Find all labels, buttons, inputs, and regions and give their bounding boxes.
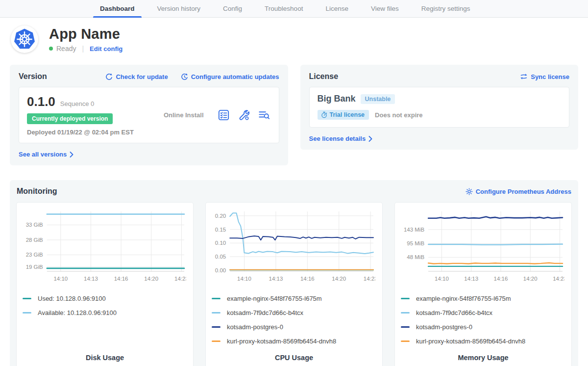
memory-usage-legend: example-nginx-54f8f76755-l675mkotsadm-7f… [401, 295, 565, 352]
svg-text:33 GiB: 33 GiB [26, 222, 43, 228]
svg-text:23 GiB: 23 GiB [26, 252, 43, 258]
tab-dashboard[interactable]: Dashboard [93, 0, 142, 17]
stopwatch-icon [321, 111, 327, 118]
legend-item: Used: 10.128.0.96:9100 [23, 295, 187, 302]
version-number: 0.1.0 [27, 94, 55, 109]
legend-label: kurl-proxy-kotsadm-8569fb6454-dnvh8 [227, 338, 336, 345]
tab-troubleshoot[interactable]: Troubleshoot [258, 0, 310, 17]
chevron-right-icon [368, 136, 372, 142]
legend-swatch [212, 326, 220, 328]
view-logs-icon[interactable] [258, 109, 270, 121]
svg-text:14:20: 14:20 [332, 276, 346, 282]
deployed-badge: Currently deployed version [27, 113, 113, 124]
svg-text:0.00: 0.00 [215, 267, 226, 273]
svg-text:14:10: 14:10 [435, 276, 449, 282]
configure-prometheus-link[interactable]: Configure Prometheus Address [466, 188, 571, 195]
legend-swatch [212, 312, 220, 314]
disk-usage-title: Disk Usage [23, 354, 187, 362]
config-wrench-icon[interactable] [238, 109, 249, 121]
tab-config[interactable]: Config [216, 0, 249, 17]
svg-text:14:13: 14:13 [464, 276, 478, 282]
monitoring-title: Monitoring [17, 187, 57, 196]
tab-version-history[interactable]: Version history [150, 0, 208, 17]
legend-item: example-nginx-54f8f76755-l675m [212, 295, 376, 302]
tab-registry-settings[interactable]: Registry settings [415, 0, 477, 17]
legend-label: kotsadm-7f9dc7d66c-b4tcx [416, 309, 492, 316]
legend-label: kotsadm-postgres-0 [227, 323, 283, 331]
see-all-versions-link[interactable]: See all versions [19, 151, 74, 158]
svg-text:14:23: 14:23 [174, 276, 186, 282]
version-card: Version Check for update Configure au [10, 65, 288, 165]
preflight-checks-icon[interactable] [218, 109, 229, 121]
cpu-usage-legend: example-nginx-54f8f76755-l675mkotsadm-7f… [212, 295, 376, 352]
legend-item: Available: 10.128.0.96:9100 [23, 309, 187, 316]
license-panel: Big Bank Unstable Trial license [309, 87, 570, 128]
version-card-title: Version [19, 72, 47, 81]
legend-item: kurl-proxy-kotsadm-8569fb6454-dnvh8 [401, 338, 565, 345]
svg-text:19 GiB: 19 GiB [26, 264, 43, 270]
memory-usage-panel: 14:1014:1314:1614:2014:2348 MiB95 MiB143… [395, 203, 571, 366]
license-expiry: Does not expire [375, 111, 423, 119]
tab-license[interactable]: License [318, 0, 355, 17]
edit-config-link[interactable]: Edit config [90, 45, 122, 52]
disk-usage-chart: 14:1014:1314:1614:2014:2319 GiB23 GiB28 … [23, 209, 187, 288]
svg-text:48 MiB: 48 MiB [407, 254, 424, 260]
cpu-usage-panel: 14:1014:1314:1614:2014:230.000.050.100.1… [206, 203, 382, 366]
legend-swatch [401, 312, 410, 314]
svg-text:0.05: 0.05 [215, 254, 226, 260]
svg-text:143 MiB: 143 MiB [404, 227, 425, 233]
license-card-title: License [309, 72, 339, 81]
svg-text:14:23: 14:23 [364, 276, 375, 282]
legend-swatch [401, 298, 410, 299]
clock-refresh-icon [181, 73, 188, 80]
legend-label: example-nginx-54f8f76755-l675m [227, 295, 322, 302]
cpu-usage-chart: 14:1014:1314:1614:2014:230.000.050.100.1… [212, 209, 376, 288]
sync-license-link[interactable]: Sync license [520, 73, 569, 80]
legend-label: Used: 10.128.0.96:9100 [38, 295, 106, 302]
svg-text:0.20: 0.20 [215, 213, 226, 219]
disk-usage-panel: 14:1014:1314:1614:2014:2319 GiB23 GiB28 … [17, 203, 193, 366]
svg-text:14:10: 14:10 [53, 276, 68, 282]
svg-text:0.10: 0.10 [215, 240, 226, 246]
svg-text:14:23: 14:23 [553, 276, 564, 282]
svg-text:14:16: 14:16 [494, 276, 508, 282]
legend-swatch [212, 298, 220, 299]
status-text: Ready [56, 45, 76, 52]
svg-text:14:20: 14:20 [523, 276, 538, 282]
refresh-icon [105, 73, 113, 80]
svg-text:14:16: 14:16 [300, 276, 315, 282]
disk-usage-legend: Used: 10.128.0.96:9100Available: 10.128.… [23, 295, 187, 323]
see-license-details-link[interactable]: See license details [309, 135, 373, 142]
legend-swatch [401, 340, 410, 342]
memory-usage-title: Memory Usage [401, 354, 565, 362]
svg-text:95 MiB: 95 MiB [407, 240, 424, 246]
legend-item: kotsadm-postgres-0 [212, 323, 376, 331]
sync-icon [520, 73, 528, 80]
tab-view-files[interactable]: View files [364, 0, 406, 17]
top-nav: DashboardVersion historyConfigTroublesho… [0, 0, 588, 18]
current-version-panel: 0.1.0 Sequence 0 Currently deployed vers… [19, 87, 279, 143]
legend-label: kurl-proxy-kotsadm-8569fb6454-dnvh8 [416, 338, 525, 345]
memory-usage-chart: 14:1014:1314:1614:2014:2348 MiB95 MiB143… [401, 209, 565, 288]
check-for-update-link[interactable]: Check for update [105, 73, 168, 80]
svg-text:14:20: 14:20 [144, 276, 158, 282]
status-dot [49, 47, 53, 51]
legend-item: kotsadm-7f9dc7d66c-b4tcx [212, 309, 376, 316]
app-header: App Name Ready | Edit config [0, 18, 588, 53]
legend-label: kotsadm-7f9dc7d66c-b4tcx [227, 309, 303, 316]
configure-automatic-updates-link[interactable]: Configure automatic updates [181, 73, 279, 80]
svg-text:14:13: 14:13 [84, 276, 98, 282]
svg-text:14:16: 14:16 [114, 276, 128, 282]
legend-item: kotsadm-postgres-0 [401, 323, 565, 331]
kubernetes-icon [13, 28, 36, 51]
legend-label: example-nginx-54f8f76755-l675m [416, 295, 511, 302]
legend-swatch [23, 298, 31, 299]
install-type: Online Install [149, 111, 218, 119]
divider: | [82, 45, 84, 52]
app-logo [11, 26, 38, 53]
legend-swatch [401, 326, 410, 328]
legend-swatch [23, 312, 31, 314]
trial-license-badge: Trial license [318, 110, 369, 120]
deployed-timestamp: Deployed 01/19/22 @ 02:04 pm EST [27, 129, 149, 136]
license-customer: Big Bank [318, 94, 356, 104]
